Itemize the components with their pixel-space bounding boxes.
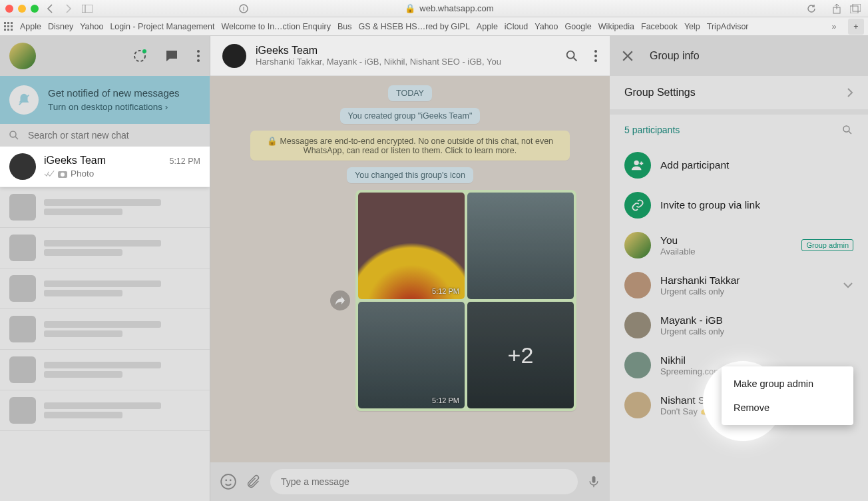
search-icon[interactable] (841, 124, 853, 136)
system-message: You created group "iGeeks Team" (340, 108, 481, 124)
tabs-icon[interactable] (848, 2, 863, 15)
new-tab-button[interactable]: + (848, 19, 864, 35)
profile-avatar[interactable] (9, 43, 36, 69)
menu-icon[interactable] (594, 49, 598, 63)
media-message[interactable]: 5:12 PM 5:12 PM +2 (355, 190, 576, 411)
bookmark-item[interactable]: iCloud (505, 22, 528, 31)
group-settings-row[interactable]: Group Settings (624, 87, 853, 99)
new-chat-icon[interactable] (164, 49, 179, 63)
bookmark-item[interactable]: Disney (48, 22, 73, 31)
bell-slash-icon (9, 85, 39, 115)
svg-point-26 (567, 51, 574, 58)
list-item[interactable] (0, 350, 210, 390)
share-icon[interactable] (829, 2, 844, 15)
svg-rect-5 (850, 6, 858, 13)
forward-button[interactable] (61, 2, 76, 15)
message-input[interactable] (270, 469, 578, 494)
chat-title: iGeeks Team (256, 45, 555, 57)
list-item[interactable] (0, 390, 210, 431)
svg-point-22 (10, 131, 16, 137)
participant-avatar (624, 312, 651, 338)
svg-point-30 (594, 59, 597, 62)
bookmark-item[interactable]: Login - Project Management (110, 22, 214, 31)
svg-point-20 (197, 59, 200, 62)
svg-rect-10 (4, 25, 6, 27)
panel-title: Group info (650, 50, 700, 62)
search-icon[interactable] (564, 49, 579, 63)
chevron-down-icon[interactable] (843, 282, 853, 288)
reader-icon[interactable] (236, 2, 251, 15)
svg-point-19 (197, 55, 200, 57)
bookmark-item[interactable]: Yahoo (535, 22, 558, 31)
list-item[interactable] (0, 228, 210, 268)
svg-rect-0 (82, 5, 93, 13)
participant-row[interactable]: YouAvailable Group admin (610, 225, 868, 265)
svg-line-36 (849, 131, 851, 134)
mic-icon[interactable] (587, 473, 600, 490)
list-item[interactable] (0, 309, 210, 350)
media-thumbnail[interactable]: 5:12 PM (358, 302, 465, 408)
media-thumbnail[interactable] (467, 193, 574, 299)
chevron-right-icon (847, 87, 853, 98)
address-bar[interactable]: 🔒 web.whatsapp.com (99, 3, 800, 13)
participant-avatar (624, 352, 651, 378)
encryption-notice[interactable]: 🔒 Messages are end-to-end encrypted. No … (250, 131, 570, 161)
maximize-window-icon[interactable] (31, 5, 39, 13)
bookmark-item[interactable]: Wikipedia (598, 22, 634, 31)
make-admin-option[interactable]: Make group admin (722, 372, 853, 396)
bookmark-item[interactable]: Welcome to In…ction Enquiry (221, 22, 330, 31)
back-button[interactable] (43, 2, 57, 15)
bookmarks-overflow-icon[interactable]: » (827, 20, 841, 33)
close-icon[interactable] (622, 50, 634, 62)
list-item[interactable] (0, 187, 210, 228)
status-icon[interactable] (132, 49, 147, 63)
invite-link-button[interactable]: Invite to group via link (610, 185, 868, 225)
svg-rect-12 (11, 25, 13, 27)
participant-avatar (624, 392, 651, 418)
bookmark-item[interactable]: TripAdvisor (707, 22, 749, 31)
bookmark-item[interactable]: Apple (477, 22, 498, 31)
remove-option[interactable]: Remove (722, 396, 853, 420)
notif-link[interactable]: Turn on desktop notifications › (48, 102, 168, 112)
apps-grid-icon[interactable] (4, 22, 13, 31)
notif-title: Get notified of new messages (48, 87, 180, 99)
svg-rect-9 (11, 22, 13, 24)
participant-row[interactable]: Harshanki TakkarUrgent calls only (610, 265, 868, 305)
media-thumbnail[interactable]: 5:12 PM (358, 193, 465, 299)
system-message: You changed this group's icon (347, 167, 473, 183)
minimize-window-icon[interactable] (18, 5, 26, 13)
svg-point-32 (225, 479, 227, 481)
sidebar-toggle-icon[interactable] (80, 2, 95, 15)
camera-icon (57, 170, 68, 178)
reload-button[interactable] (804, 2, 819, 15)
admin-badge: Group admin (801, 239, 853, 251)
svg-rect-14 (7, 29, 9, 31)
emoji-icon[interactable] (220, 473, 237, 490)
svg-point-35 (843, 126, 849, 132)
attach-icon[interactable] (246, 474, 261, 490)
bookmark-item[interactable]: Facebook (641, 22, 678, 31)
svg-rect-11 (7, 25, 9, 27)
bookmark-item[interactable]: GS & HSEB HS…red by GIPL (358, 22, 469, 31)
svg-point-25 (61, 173, 65, 177)
media-thumbnail[interactable]: +2 (467, 302, 574, 408)
bookmark-item[interactable]: Google (565, 22, 592, 31)
close-window-icon[interactable] (5, 5, 13, 13)
chat-header[interactable]: iGeeks Team Harshanki Takkar, Mayank - i… (210, 36, 610, 76)
search-input[interactable] (28, 130, 202, 141)
sidebar: Get notified of new messages Turn on des… (0, 36, 210, 501)
notification-banner[interactable]: Get notified of new messages Turn on des… (0, 76, 210, 124)
forward-icon[interactable] (330, 290, 350, 310)
list-item[interactable] (0, 268, 210, 309)
menu-icon[interactable] (196, 49, 200, 63)
bookmark-item[interactable]: Yahoo (80, 22, 103, 31)
chat-header-avatar (222, 44, 246, 68)
chat-list-item[interactable]: iGeeks Team 5:12 PM Photo (0, 147, 210, 187)
bookmark-item[interactable]: Yelp (684, 22, 700, 31)
bookmark-item[interactable]: Bus (337, 22, 352, 31)
date-pill: TODAY (388, 85, 432, 101)
participant-row[interactable]: Mayank - iGBUrgent calls only (610, 305, 868, 345)
bookmark-item[interactable]: Apple (20, 22, 41, 31)
participant-avatar (624, 272, 651, 298)
add-participant-button[interactable]: Add participant (610, 145, 868, 185)
